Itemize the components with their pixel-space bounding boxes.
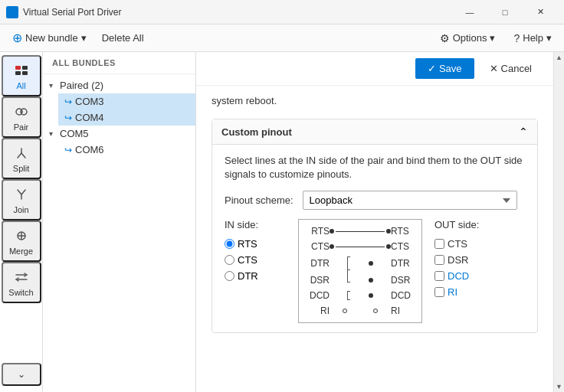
- radio-dtr: DTR: [225, 270, 286, 282]
- svg-rect-3: [22, 71, 28, 75]
- tree-group-paired[interactable]: ▾ Paired (2): [43, 77, 195, 93]
- checkbox-cts-label: CTS: [448, 238, 467, 250]
- radio-dtr-input[interactable]: [225, 271, 234, 281]
- sidebar-scroll-down[interactable]: ⌄: [2, 363, 41, 386]
- save-button[interactable]: ✓ Save: [415, 58, 474, 79]
- checkbox-cts-input[interactable]: [434, 239, 444, 249]
- sidebar-item-join[interactable]: Join: [2, 179, 41, 220]
- app-icon: [6, 6, 18, 18]
- section-collapse-button[interactable]: ⌃: [519, 126, 528, 138]
- cancel-button[interactable]: ✕ Cancel: [480, 58, 541, 79]
- com4-label: COM4: [75, 112, 104, 123]
- sidebar-item-pair[interactable]: Pair: [2, 96, 41, 138]
- sidebar-item-all[interactable]: All: [2, 55, 41, 96]
- window-controls: — □ ✕: [452, 0, 558, 24]
- tree-child-com6: ↪ COM6: [43, 142, 195, 158]
- dcd-left-label: DCD: [305, 290, 330, 301]
- content-area: ✓ Save ✕ Cancel system reboot. Custom pi…: [196, 52, 553, 392]
- sidebar-item-switch[interactable]: Switch: [2, 262, 41, 303]
- sidebar-pair-label: Pair: [14, 122, 29, 132]
- dcd-connector: [330, 291, 391, 300]
- radio-cts-input[interactable]: [225, 255, 234, 265]
- cancel-x-icon: ✕: [490, 63, 498, 74]
- diagram-row-dtr: DTR DTR: [305, 256, 415, 270]
- new-bundle-arrow: ▾: [81, 32, 87, 44]
- dtr-connector: [330, 256, 391, 270]
- dot-dtr-right: [369, 261, 373, 266]
- com-icon: ↪: [64, 96, 72, 107]
- dsr-left-label: DSR: [305, 275, 330, 286]
- help-button[interactable]: ? Help ▾: [507, 29, 558, 47]
- pinout-scheme-label: Pinout scheme:: [225, 194, 293, 206]
- new-bundle-label: New bundle: [25, 32, 78, 44]
- scroll-down-arrow[interactable]: ▼: [554, 381, 565, 392]
- tree-item-com5[interactable]: ▾ COM5: [43, 126, 195, 142]
- split-icon: [12, 144, 31, 162]
- all-icon: [12, 61, 31, 80]
- options-button[interactable]: ⚙ Options ▾: [434, 29, 502, 47]
- sidebar-merge-label: Merge: [9, 247, 33, 256]
- icon-sidebar: All Pair Split: [0, 52, 43, 392]
- title-bar-left: Virtual Serial Port Driver: [6, 6, 121, 18]
- sidebar-join-label: Join: [13, 205, 28, 214]
- diagram-row-ri: RI RI: [305, 305, 415, 316]
- tree-child-com3: ↪ COM3 ↪ COM4: [43, 93, 195, 126]
- tree-item-com6[interactable]: ↪ COM6: [58, 142, 195, 158]
- app-title: Virtual Serial Port Driver: [23, 7, 121, 18]
- toolbar: ⊕ New bundle ▾ Delete All ⚙ Options ▾ ? …: [0, 24, 564, 52]
- tree-item-com4[interactable]: ↪ COM4: [58, 109, 195, 126]
- diagram-row-rts: RTS RTS: [305, 226, 415, 237]
- cts-right-label: CTS: [391, 241, 415, 252]
- radio-rts-label: RTS: [238, 238, 257, 250]
- join-icon: [12, 185, 31, 204]
- radio-cts: CTS: [225, 254, 286, 266]
- toolbar-left: ⊕ New bundle ▾ Delete All: [6, 28, 150, 48]
- custom-pinout-title: Custom pinout: [221, 126, 292, 138]
- delete-all-button[interactable]: Delete All: [96, 29, 150, 47]
- sidebar-split-label: Split: [13, 164, 29, 173]
- checkbox-dcd-label: DCD: [448, 270, 469, 282]
- dcd-right-label: DCD: [391, 290, 415, 301]
- dot-open-ri-left: [343, 309, 347, 313]
- scroll-up-arrow[interactable]: ▲: [554, 52, 565, 63]
- sidebar-item-merge[interactable]: Merge: [2, 220, 41, 262]
- pinout-scheme-row: Pinout scheme: Loopback Straight Custom: [225, 191, 525, 210]
- com5-label: COM5: [60, 128, 89, 139]
- in-side-title: IN side:: [225, 219, 286, 230]
- pinout-scheme-dropdown[interactable]: Loopback Straight Custom: [303, 191, 517, 210]
- diagram-box: RTS RTS CTS: [298, 219, 422, 323]
- sidebar-item-split[interactable]: Split: [2, 138, 41, 179]
- com-icon: ↪: [64, 113, 72, 123]
- close-button[interactable]: ✕: [523, 0, 558, 24]
- expand-arrow: ▾: [49, 81, 57, 90]
- dot-rts: [330, 229, 334, 234]
- minimize-button[interactable]: —: [452, 0, 487, 24]
- pinout-diagram-area: IN side: RTS CTS DTR: [225, 219, 525, 323]
- toolbar-right: ⚙ Options ▾ ? Help ▾: [434, 29, 558, 47]
- dot-dcd-right: [369, 293, 373, 298]
- scrollbar-track: ▲ ▼: [553, 52, 564, 392]
- new-bundle-button[interactable]: ⊕ New bundle ▾: [6, 28, 93, 48]
- checkbox-cts: CTS: [434, 238, 496, 250]
- tree-group-label: Paired (2): [60, 80, 103, 91]
- checkbox-dsr: DSR: [434, 254, 496, 266]
- checkbox-ri-input[interactable]: [434, 287, 444, 297]
- checkbox-dcd-input[interactable]: [434, 271, 444, 281]
- checkmark-icon: ✓: [428, 63, 436, 74]
- checkbox-dsr-input[interactable]: [434, 255, 444, 265]
- pair-icon: [12, 103, 31, 121]
- delete-all-label: Delete All: [102, 32, 144, 44]
- dot-open-ri-right: [373, 309, 378, 313]
- dtr-left-label: DTR: [305, 258, 330, 269]
- chevron-up-icon: ⌃: [519, 126, 528, 138]
- com3-label: COM3: [75, 96, 104, 107]
- tree-item-com3[interactable]: ↪ COM3: [58, 93, 195, 109]
- diagram-row-dsr: DSR DSR: [305, 275, 415, 286]
- bracket-dcd-left: [347, 291, 350, 300]
- options-arrow: ▾: [490, 32, 495, 44]
- line-cts: [336, 247, 385, 248]
- cancel-label: Cancel: [501, 63, 532, 74]
- com-icon: ↪: [64, 145, 72, 155]
- maximize-button[interactable]: □: [487, 0, 523, 24]
- radio-rts-input[interactable]: [225, 239, 234, 249]
